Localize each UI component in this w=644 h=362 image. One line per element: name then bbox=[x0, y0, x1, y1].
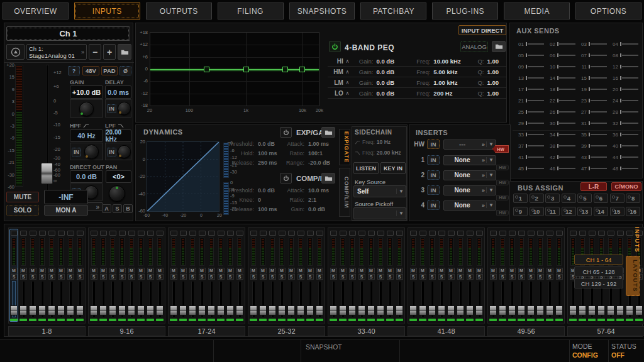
channel-fader[interactable] bbox=[137, 282, 145, 317]
channel-select-button[interactable] bbox=[340, 231, 347, 236]
channel-select-button[interactable] bbox=[448, 231, 455, 236]
channel-strip-mini[interactable]: MS bbox=[235, 229, 244, 322]
solo-button[interactable]: S bbox=[77, 274, 84, 280]
gain-value[interactable]: +10.0 dB bbox=[70, 85, 103, 99]
channel-fader[interactable] bbox=[409, 282, 417, 317]
mute-button[interactable]: M bbox=[537, 268, 544, 273]
channel-fader[interactable] bbox=[10, 282, 18, 317]
bank-tab-inputs[interactable]: INPUTS bbox=[632, 226, 641, 253]
sidechain-tab-complim[interactable]: COMP/LIM bbox=[339, 168, 350, 217]
channel-fader[interactable] bbox=[396, 282, 403, 317]
tab-filing[interactable]: FILING bbox=[218, 3, 284, 19]
mute-button[interactable]: M bbox=[100, 268, 107, 273]
channel-fader[interactable] bbox=[358, 282, 365, 317]
mute-button[interactable]: M bbox=[218, 268, 225, 273]
channel-fader[interactable] bbox=[217, 282, 225, 317]
mute-button[interactable]: M bbox=[387, 268, 394, 273]
mute-button[interactable]: M bbox=[170, 268, 177, 273]
channel-select-button[interactable] bbox=[528, 231, 535, 236]
insert-in-button[interactable]: IN bbox=[427, 170, 440, 180]
solo-button[interactable]: S bbox=[509, 274, 516, 280]
aux-send-12[interactable]: 12 bbox=[608, 61, 640, 72]
aux-send-18[interactable]: 18 bbox=[545, 84, 577, 95]
insert-slot-dropdown[interactable]: None»▼ bbox=[443, 155, 496, 165]
channel-strip-mini[interactable]: MS bbox=[108, 229, 117, 322]
channel-fader[interactable] bbox=[38, 282, 46, 317]
mute-button[interactable]: M bbox=[208, 268, 215, 273]
channel-strip-mini[interactable]: MS bbox=[179, 229, 187, 322]
channel-select-button[interactable] bbox=[260, 231, 267, 236]
peq-cell[interactable]: 0.0 dB bbox=[374, 90, 408, 97]
insert-in-button[interactable]: IN bbox=[427, 140, 440, 149]
channel-select-button[interactable] bbox=[39, 231, 46, 236]
channel-fader[interactable] bbox=[156, 282, 164, 317]
mute-button[interactable]: M bbox=[279, 268, 286, 273]
solo-button[interactable]: S bbox=[208, 274, 215, 280]
channel-select-button[interactable] bbox=[48, 231, 55, 236]
channel-fader[interactable] bbox=[109, 282, 116, 317]
solo-button[interactable]: S bbox=[537, 274, 544, 280]
channel-select-button[interactable] bbox=[316, 231, 323, 236]
mute-button[interactable]: M bbox=[39, 268, 46, 273]
solo-button[interactable]: S bbox=[499, 274, 506, 280]
channel-select-button[interactable] bbox=[457, 231, 464, 236]
mute-button[interactable]: M bbox=[448, 268, 455, 273]
channel-fader[interactable] bbox=[198, 282, 206, 317]
mute-button[interactable]: M bbox=[58, 268, 65, 273]
channel-fader[interactable] bbox=[377, 282, 384, 317]
solo-button[interactable]: S bbox=[199, 274, 206, 280]
channel-select-button[interactable] bbox=[297, 231, 304, 236]
channel-select-button[interactable] bbox=[438, 231, 445, 236]
aux-send-42[interactable]: 42 bbox=[545, 151, 577, 163]
aux-send-23[interactable]: 23 bbox=[577, 95, 608, 106]
solo-button[interactable]: S bbox=[180, 274, 187, 280]
tab-snapshots[interactable]: SNAPSHOTS bbox=[289, 3, 355, 19]
mute-button[interactable]: M bbox=[419, 268, 426, 273]
insert-slot-dropdown[interactable]: None»▼ bbox=[443, 170, 496, 180]
aux-send-28[interactable]: 28 bbox=[608, 106, 640, 118]
channel-strip-mini[interactable]: MS bbox=[348, 229, 357, 322]
channel-strip-mini[interactable]: MS bbox=[75, 229, 84, 322]
status-value[interactable]: OFF bbox=[611, 351, 625, 359]
aux-send-08[interactable]: 08 bbox=[608, 50, 640, 61]
aux-send-37[interactable]: 37 bbox=[514, 140, 545, 151]
bus-assign-12[interactable]: 12 bbox=[562, 207, 576, 216]
channel-select-button[interactable] bbox=[349, 231, 356, 236]
channel-select-button[interactable] bbox=[77, 231, 84, 236]
aux-send-04[interactable]: 04 bbox=[608, 38, 640, 50]
solo-button[interactable]: SOLO bbox=[6, 205, 39, 216]
channel-select-button[interactable] bbox=[180, 231, 187, 236]
channel-select-button[interactable] bbox=[589, 231, 596, 236]
mute-button[interactable]: M bbox=[340, 268, 347, 273]
bus-assign-13[interactable]: 13 bbox=[577, 207, 592, 216]
channel-fader[interactable] bbox=[339, 282, 347, 317]
channel-strip-mini[interactable]: MS bbox=[296, 229, 305, 322]
channel-strip-mini[interactable]: MS bbox=[545, 229, 554, 322]
channel-strip-mini[interactable]: MS bbox=[136, 229, 145, 322]
bus-assign-10[interactable]: 10 bbox=[530, 207, 544, 216]
channel-strip-mini[interactable]: MS bbox=[489, 229, 497, 322]
channel-fader[interactable] bbox=[466, 282, 474, 317]
solo-button[interactable]: S bbox=[307, 274, 314, 280]
channel-strip-mini[interactable]: MS bbox=[258, 229, 267, 322]
channel-select-button[interactable] bbox=[58, 231, 65, 236]
aux-send-20[interactable]: 20 bbox=[608, 84, 640, 95]
aux-send-13[interactable]: 13 bbox=[514, 72, 545, 84]
channel-select-button[interactable] bbox=[208, 231, 215, 236]
aux-send-14[interactable]: 14 bbox=[545, 72, 577, 84]
channel-fader[interactable] bbox=[250, 282, 257, 317]
solo-button[interactable]: S bbox=[218, 274, 225, 280]
solo-button[interactable]: S bbox=[387, 274, 394, 280]
channel-select-button[interactable] bbox=[556, 231, 563, 236]
channel-strip-mini[interactable]: MS bbox=[498, 229, 507, 322]
mute-button[interactable]: M bbox=[476, 268, 483, 273]
channel-strip-mini[interactable]: MS bbox=[118, 229, 126, 322]
channel-strip-mini[interactable]: MS bbox=[216, 229, 225, 322]
eq-band-handle[interactable] bbox=[243, 67, 249, 72]
bus-assign-6[interactable]: 6 bbox=[594, 194, 608, 203]
ch-range-ch-1-64[interactable]: CH 1 - 64 bbox=[574, 255, 623, 265]
mute-button[interactable]: M bbox=[509, 268, 516, 273]
channel-select-button[interactable] bbox=[250, 231, 257, 236]
insert-in-button[interactable]: IN bbox=[427, 155, 440, 165]
channel-strip-mini[interactable]: MS bbox=[169, 229, 178, 322]
